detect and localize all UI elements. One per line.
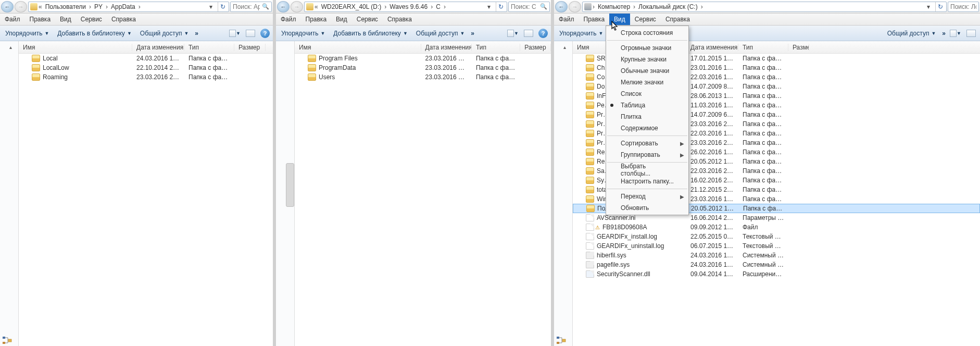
col-size[interactable]: Размер (520, 44, 551, 51)
breadcrumb[interactable]: « Пользователи› PY› AppData› ▾↻ (28, 2, 229, 12)
col-date[interactable]: Дата изменения (421, 44, 472, 51)
back-button[interactable]: ← (277, 1, 290, 13)
nav-pane-collapsed[interactable]: ▴ (0, 41, 19, 346)
menu-item-choose-columns[interactable]: Выбрать столбцы... (606, 164, 688, 176)
menu-file[interactable]: Файл (554, 14, 579, 25)
list-row[interactable]: Program Files23.03.2016 22:18Папка с фай… (295, 54, 551, 63)
breadcrumb[interactable]: › Компьютер› Локальный диск (C:)› ▾↻ (582, 2, 947, 12)
list-row[interactable]: GEARDIFx_uninstall.log06.07.2015 19:26Те… (573, 241, 980, 251)
search-input[interactable] (511, 3, 538, 10)
nav-pane-collapsed[interactable]: ▴ (554, 41, 573, 346)
help-button[interactable]: ? (538, 29, 548, 38)
crumb[interactable]: Пользователи (43, 3, 88, 10)
search-box[interactable]: 🔍 (230, 2, 272, 12)
menu-help[interactable]: Справка (107, 14, 141, 25)
menu-item-sort[interactable]: Сортировать▶ (606, 138, 688, 149)
menu-item-list[interactable]: Список (606, 88, 688, 100)
menu-service[interactable]: Сервис (76, 14, 107, 25)
add-library-button[interactable]: Добавить в библиотеку▼ (331, 29, 409, 38)
organize-button[interactable]: Упорядочить▼ (557, 29, 605, 38)
menu-help[interactable]: Справка (383, 14, 417, 25)
menu-view[interactable]: Вид (331, 14, 352, 25)
list-row[interactable]: pagefile.sys24.03.2016 15:49Системный фа… (573, 260, 980, 269)
menu-file[interactable]: Файл (0, 14, 25, 25)
search-input[interactable] (233, 3, 260, 10)
organize-button[interactable]: Упорядочить▼ (3, 29, 51, 38)
menu-help[interactable]: Справка (661, 14, 695, 25)
menu-service[interactable]: Сервис (630, 14, 661, 25)
list-row[interactable]: Users23.03.2016 22:14Папка с файлами (295, 72, 551, 82)
col-type[interactable]: Тип (472, 44, 520, 51)
list-row[interactable]: ⚠FB918D09608A09.09.2012 19:31Файл (573, 223, 980, 232)
col-name[interactable]: Имя (295, 44, 421, 51)
view-mode-button[interactable]: ▼ (229, 28, 241, 39)
crumb[interactable]: Waves 9.6.46 (387, 3, 430, 10)
file-list[interactable]: Имя Дата изменения Тип Размер Local24.03… (19, 41, 273, 346)
shared-button[interactable]: Общий доступ▼ (414, 29, 467, 38)
nav-pane-collapsed[interactable] (276, 41, 295, 346)
refresh-icon[interactable]: ↻ (935, 2, 945, 11)
breadcrumb[interactable]: « WD20EARX_40L (D:)› Waves 9.6.46› C› ▾↻ (304, 2, 507, 12)
menu-item-small-icons[interactable]: Мелкие значки (606, 77, 688, 88)
forward-button[interactable]: → (15, 1, 27, 13)
menu-item-normal-icons[interactable]: Обычные значки (606, 65, 688, 77)
menu-item-table[interactable]: Таблица (606, 100, 688, 111)
crumb[interactable]: C (434, 3, 443, 10)
crumb[interactable]: Локальный диск (C:) (636, 3, 700, 10)
menu-edit[interactable]: Правка (301, 14, 332, 25)
add-library-button[interactable]: Добавить в библиотеку▼ (55, 29, 133, 38)
menu-item-huge-icons[interactable]: Огромные значки (606, 42, 688, 54)
back-button[interactable]: ← (555, 1, 568, 13)
menu-view[interactable]: Вид (55, 14, 76, 25)
menu-edit[interactable]: Правка (25, 14, 56, 25)
menu-file[interactable]: Файл (276, 14, 301, 25)
list-row[interactable]: GEARDIFx_install.log22.05.2015 0:11Текст… (573, 232, 980, 241)
list-row[interactable]: ProgramData23.03.2016 22:20Папка с файла… (295, 63, 551, 72)
column-headers[interactable]: Имя Дата изменения Тип Размер (295, 41, 551, 54)
search-icon[interactable]: 🔍 (262, 3, 269, 10)
organize-button[interactable]: Упорядочить▼ (279, 29, 327, 38)
help-button[interactable]: ? (260, 29, 270, 38)
search-box[interactable] (948, 2, 979, 12)
list-row[interactable]: hiberfil.sys24.03.2016 15:49Системный фа… (573, 251, 980, 260)
col-size[interactable]: Размер (788, 44, 809, 51)
preview-pane-button[interactable] (965, 28, 977, 39)
overflow-icon[interactable]: » (942, 30, 946, 37)
overflow-icon[interactable]: » (471, 30, 474, 37)
search-icon[interactable]: 🔍 (540, 3, 547, 10)
file-list[interactable]: Имя Дата изменения Тип Размер Program Fi… (295, 41, 551, 346)
overflow-icon[interactable]: » (195, 30, 198, 37)
list-row[interactable]: Roaming23.03.2016 22:24Папка с файлами (19, 72, 273, 82)
view-mode-button[interactable]: ▼ (950, 28, 961, 39)
back-button[interactable]: ← (1, 1, 14, 13)
list-row[interactable]: LocalLow22.10.2014 21:25Папка с файлами (19, 63, 273, 72)
col-size[interactable]: Размер (234, 44, 266, 51)
view-mode-button[interactable]: ▼ (507, 28, 519, 39)
preview-pane-button[interactable] (245, 28, 256, 39)
crumb[interactable]: Компьютер (596, 3, 632, 10)
scrollbar-thumb[interactable] (286, 163, 294, 207)
menu-item-content[interactable]: Содержимое (606, 122, 688, 134)
refresh-icon[interactable]: ↻ (496, 2, 505, 11)
refresh-icon[interactable]: ↻ (218, 2, 227, 11)
list-row[interactable]: SecurityScanner.dll09.04.2014 16:13Расши… (573, 269, 980, 279)
crumb[interactable]: AppData (109, 3, 137, 10)
col-name[interactable]: Имя (19, 44, 132, 51)
menu-item-group[interactable]: Группировать▶ (606, 149, 688, 160)
search-box[interactable]: 🔍 (508, 2, 550, 12)
shared-button[interactable]: Общий доступ▼ (138, 29, 191, 38)
menu-item-customize-folder[interactable]: Настроить папку... (606, 176, 688, 187)
crumb[interactable]: WD20EARX_40L (D:) (319, 3, 384, 10)
menu-edit[interactable]: Правка (579, 14, 610, 25)
shared-button[interactable]: Общий доступ▼ (885, 29, 938, 38)
crumb[interactable]: PY (92, 3, 105, 10)
menu-item-large-icons[interactable]: Крупные значки (606, 54, 688, 65)
list-row[interactable]: Local24.03.2016 15:51Папка с файлами (19, 54, 273, 63)
menu-service[interactable]: Сервис (352, 14, 383, 25)
forward-button[interactable]: → (291, 1, 303, 13)
search-input[interactable] (950, 3, 976, 10)
col-type[interactable]: Тип (184, 44, 234, 51)
forward-button[interactable]: → (569, 1, 581, 13)
preview-pane-button[interactable] (523, 28, 534, 39)
col-type[interactable]: Тип (738, 44, 788, 51)
